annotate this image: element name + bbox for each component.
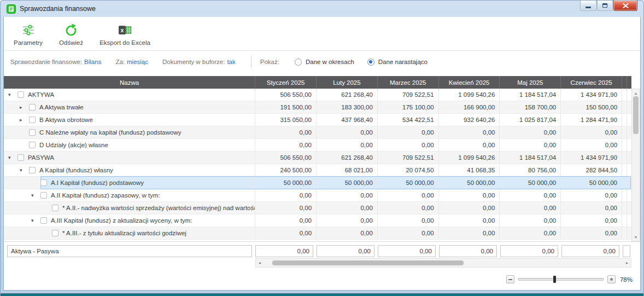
cell-value: 41 068,35 [438, 164, 500, 176]
column-header-month[interactable]: Kwiecień 2025 [438, 76, 500, 89]
zoom-slider-thumb[interactable] [553, 276, 556, 283]
stub-cell [627, 126, 631, 138]
row-checkbox[interactable] [29, 167, 36, 173]
scroll-down-icon[interactable]: ▼ [632, 233, 640, 241]
window-controls [579, 1, 637, 11]
report-type-label: Sprawozdanie finansowe: [10, 59, 82, 65]
stub-cell [622, 152, 627, 164]
stub-cell [627, 114, 631, 126]
table-row[interactable]: ▸A Aktywa trwałe 191 500,00183 300,00175… [4, 101, 631, 114]
row-checkbox[interactable] [52, 230, 58, 236]
horizontal-scroll-thumb[interactable] [272, 260, 464, 265]
refresh-button[interactable]: Odśwież [55, 21, 87, 47]
table-row[interactable]: ▾A.III Kapitał (fundusz) z aktualizacji … [4, 214, 631, 227]
parameters-button[interactable]: Parametry [9, 21, 47, 47]
horizontal-scrollbar[interactable]: ◄ ► [255, 258, 631, 268]
row-checkbox[interactable] [29, 142, 36, 148]
column-header-month[interactable]: Marzec 2025 [377, 76, 438, 89]
cell-value: 0,00 [316, 227, 377, 239]
scroll-up-icon[interactable]: ▲ [632, 89, 640, 97]
radio-label: Dane w okresach [306, 59, 354, 65]
expand-icon[interactable]: ▸ [20, 118, 29, 123]
zoom-in-button[interactable] [607, 275, 616, 283]
row-name-cell: ▸A Aktywa trwałe [4, 101, 255, 113]
row-checkbox[interactable] [29, 129, 36, 136]
cell-value: 166 900,00 [438, 101, 500, 113]
expand-icon[interactable]: ▸ [20, 105, 29, 110]
window-title: Sprawozdania finansowe [20, 5, 96, 13]
stub-cell [627, 189, 631, 201]
titlebar[interactable]: Sprawozdania finansowe [3, 1, 641, 17]
table-row[interactable]: ▾A Kapitał (fundusz) własny 240 500,0068… [4, 164, 631, 177]
cell-value: 0,00 [438, 227, 500, 239]
column-header-month[interactable]: Czerwiec 2025 [560, 76, 622, 89]
column-header-month[interactable]: Luty 2025 [316, 76, 377, 89]
stub-cell [622, 177, 627, 189]
cell-value: 0,00 [255, 227, 316, 239]
minimize-button[interactable] [580, 1, 596, 11]
row-label: A.II Kapitał (fundusz) zapasowy, w tym: [51, 192, 160, 199]
cell-value: 191 500,00 [255, 101, 316, 113]
row-checkbox[interactable] [40, 179, 47, 186]
buffer-label: Dokumenty w buforze: [162, 59, 225, 65]
buffer-value[interactable]: tak [227, 59, 235, 65]
table-row[interactable]: * A.III.- z tytułu aktualizacji wartości… [4, 227, 631, 240]
period-value[interactable]: miesiąc [127, 59, 148, 65]
table-row[interactable]: * A.II.- nadwyżka wartości sprzedaży (wa… [4, 202, 631, 214]
row-checkbox[interactable] [29, 104, 36, 111]
stub-cell [627, 177, 631, 189]
vertical-scrollbar[interactable]: ▲ ▼ [631, 89, 640, 241]
export-excel-button[interactable]: x Eksport do Excela [95, 21, 155, 47]
zoom-out-button[interactable] [506, 275, 514, 283]
scroll-left-icon[interactable]: ◄ [256, 261, 264, 265]
cell-value: 315 050,00 [255, 114, 316, 126]
column-header-month[interactable]: Styczeń 2025 [255, 76, 316, 89]
table-row-selected[interactable]: A.I Kapitał (fundusz) podstawowy 50 000,… [4, 177, 631, 189]
stub-cell [622, 189, 627, 201]
cell-value: 0,00 [560, 126, 622, 138]
expand-icon[interactable]: ▾ [20, 168, 29, 173]
button-label: Parametry [14, 39, 43, 46]
radio-dane-narastajaco[interactable] [367, 59, 374, 66]
report-type-value[interactable]: Bilans [84, 59, 101, 65]
stub-cell [627, 202, 631, 214]
row-checkbox[interactable] [17, 91, 24, 98]
cell-value: 0,00 [255, 126, 316, 138]
row-name-cell: * A.III.- z tytułu aktualizacji wartości… [4, 227, 255, 239]
column-header-month[interactable]: Maj 2025 [499, 76, 560, 89]
cell-value: 0,00 [377, 189, 438, 201]
zoom-slider-track[interactable] [518, 278, 604, 281]
expand-icon[interactable]: ▾ [31, 218, 40, 223]
column-header-nazwa[interactable]: Nazwa [4, 76, 255, 89]
row-checkbox[interactable] [40, 192, 47, 199]
cell-value: 50 000,00 [255, 177, 316, 189]
row-checkbox[interactable] [17, 154, 24, 161]
scroll-right-icon[interactable]: ► [623, 261, 631, 265]
row-checkbox[interactable] [40, 217, 47, 224]
table-row[interactable]: ▾A.II Kapitał (fundusz) zapasowy, w tym:… [4, 189, 631, 202]
table-row[interactable]: ▾PASYWA 506 550,00621 268,40709 522,511 … [4, 152, 631, 164]
expand-icon[interactable]: ▾ [8, 155, 17, 160]
cell-value: 0,00 [438, 202, 500, 214]
maximize-button[interactable] [597, 1, 613, 11]
cell-value: 0,00 [255, 214, 316, 227]
stub-cell [622, 214, 627, 227]
table-row[interactable]: D Udziały (akcje) własne 0,000,000,000,0… [4, 139, 631, 152]
table-row[interactable]: ▾AKTYWA 506 550,00621 268,40709 522,511 … [4, 89, 631, 101]
row-checkbox[interactable] [52, 205, 58, 211]
table-row[interactable]: ▸B Aktywa obrotowe 315 050,00437 968,405… [4, 114, 631, 126]
cell-value: 50 000,00 [499, 177, 560, 189]
minus-icon [508, 279, 512, 280]
expand-icon[interactable]: ▾ [31, 193, 40, 198]
cell-value: 0,00 [560, 202, 622, 214]
cell-value: 1 184 517,04 [499, 152, 560, 164]
expand-icon[interactable]: ▾ [8, 92, 17, 97]
radio-dane-w-okresach[interactable] [295, 59, 302, 66]
table-row[interactable]: C Należne wpłaty na kapitał (fundusz) po… [4, 126, 631, 139]
app-window: Sprawozdania finansowe Parametry Odśwież [0, 0, 644, 296]
cell-value: 0,00 [255, 202, 316, 214]
stub-cell [622, 89, 627, 101]
row-checkbox[interactable] [29, 117, 36, 123]
close-button[interactable] [613, 1, 637, 11]
vertical-scroll-thumb[interactable] [633, 96, 639, 134]
